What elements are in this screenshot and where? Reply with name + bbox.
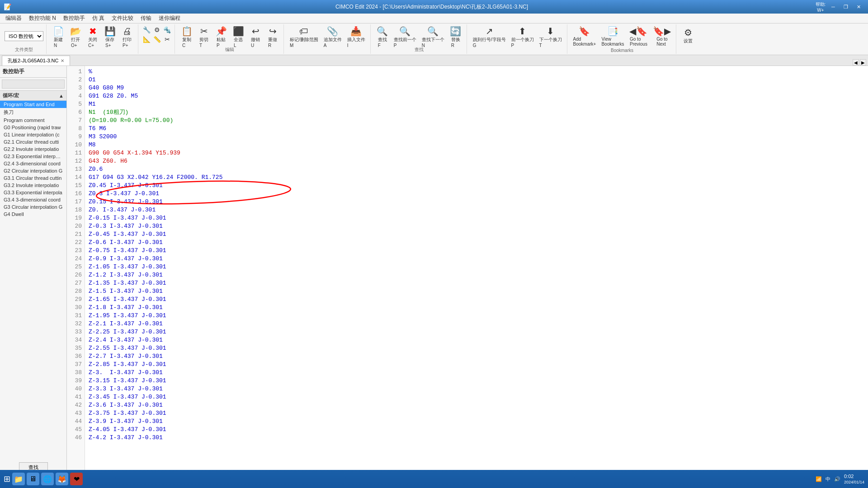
machine-type-select[interactable]: ISO 数控铣 <box>5 31 43 41</box>
redo-button[interactable]: ↪ 重做R <box>264 25 281 49</box>
code-line: Z-0.45 I-3.437 J-0.301 <box>89 230 864 239</box>
prev-tool-button[interactable]: ⬆ 前一个换刀P <box>509 25 536 49</box>
menu-file-compare[interactable]: 文件比较 <box>108 14 137 23</box>
goto-previous-button[interactable]: ◀🔖 Go toPrevious <box>627 25 650 48</box>
line-number: 7 <box>70 117 82 125</box>
sidebar-item-0[interactable]: Program Start and End <box>0 101 66 108</box>
start-button[interactable]: ⊞ <box>4 474 10 484</box>
line-number: 16 <box>70 190 82 198</box>
tool-icon-1[interactable]: 🔧 <box>142 25 151 34</box>
goto-next-button[interactable]: 🔖▶ Go toNext <box>651 25 673 48</box>
tool-icon-3[interactable]: 🔩 <box>162 25 172 34</box>
tab-close-icon[interactable]: ✕ <box>61 58 64 63</box>
undo-button[interactable]: ↩ 撤销U <box>247 25 264 49</box>
sidebar-item-2[interactable]: Program comment <box>0 117 66 124</box>
menu-simulation[interactable]: 仿 真 <box>89 14 108 23</box>
add-file-button[interactable]: 📎 追加文件A <box>321 25 344 49</box>
search-button[interactable]: 🔍 查找F <box>374 25 391 49</box>
sidebar-item-9[interactable]: G2 Circular interpolation G <box>0 167 66 174</box>
goto-line-button[interactable]: ↗ 跳到行号/字段号G <box>471 25 508 49</box>
menu-transfer[interactable]: 传输 <box>137 14 155 23</box>
taskbar-browser-icon[interactable]: 🌐 <box>41 473 54 485</box>
toolbar-tool-group: 🔧 ⚙ 🔩 📐 📏 ✂ <box>139 24 175 54</box>
open-button[interactable]: 📂 打开O+ <box>67 25 84 49</box>
sidebar-item-6[interactable]: G2.2 Involute interpolatio <box>0 145 66 153</box>
new-button[interactable]: 📄 新建N <box>50 25 66 49</box>
copy-button[interactable]: 📋 复制C <box>179 25 195 49</box>
sidebar-item-10[interactable]: G3.1 Circular thread cuttin <box>0 174 66 182</box>
code-line: Z-3.3 I-3.437 J-0.301 <box>89 385 864 393</box>
print-button[interactable]: 🖨 打印P+ <box>119 25 135 49</box>
sidebar-item-7[interactable]: G2.3 Exponential interpolat <box>0 153 66 160</box>
save-icon: 💾 <box>104 27 116 36</box>
restore-button[interactable]: ❐ <box>840 2 852 11</box>
prev-tool-icon: ⬆ <box>519 27 526 36</box>
next-tool-button[interactable]: ⬇ 下一个换刀T <box>537 25 564 49</box>
sidebar-item-3[interactable]: G0 Positioning (rapid traw <box>0 124 66 131</box>
code-line: Z-3. I-3.437 J-0.301 <box>89 369 864 377</box>
tool-icon-6[interactable]: ✂ <box>163 35 172 44</box>
taskbar-computer-icon[interactable]: 🖥 <box>27 473 39 485</box>
menu-nc-assistant[interactable]: 数控助手 <box>60 14 89 23</box>
select-all-button[interactable]: ⬛ 全选L <box>230 25 246 49</box>
line-number: 44 <box>70 418 82 426</box>
tool-icon-2[interactable]: ⚙ <box>152 25 161 34</box>
sidebar-item-14[interactable]: G3 Circular interpolation G <box>0 203 66 211</box>
taskbar-firefox-icon[interactable]: 🦊 <box>56 473 68 485</box>
view-bookmarks-icon: 📑 <box>607 27 618 36</box>
help-button[interactable]: 帮助: W+ <box>815 2 826 11</box>
sidebar-item-4[interactable]: G1 Linear interpolation (c <box>0 131 66 138</box>
tool-icon-4[interactable]: 📐 <box>142 35 151 44</box>
line-number: 35 <box>70 344 82 352</box>
search-prev-button[interactable]: 🔍 查找前一个P <box>392 25 419 49</box>
menu-mini-program[interactable]: 迷你编程 <box>155 14 184 23</box>
sidebar-item-1[interactable]: 换刀 <box>0 108 66 117</box>
code-line: Z-3.15 I-3.437 J-0.301 <box>89 377 864 385</box>
sidebar-search-bar[interactable] <box>2 80 65 89</box>
taskbar-explorer-icon[interactable]: 📁 <box>12 473 25 485</box>
add-bookmark-button[interactable]: 🔖 AddBookmark+ <box>571 25 599 48</box>
sidebar-collapse-icon[interactable]: ▲ <box>59 93 64 99</box>
sidebar-item-5[interactable]: G2.1 Circular thread cutti <box>0 138 66 145</box>
settings-button[interactable]: ⚙ 设置 <box>680 27 696 46</box>
line-number: 3 <box>70 84 82 92</box>
editor-content[interactable]: 1234567891011121314151617181920212223242… <box>67 66 868 474</box>
replace-button[interactable]: 🔄 替换R <box>448 25 464 49</box>
taskbar-ime-icon[interactable]: 中 <box>826 476 830 483</box>
sidebar-item-13[interactable]: G3.4 3-dimensional coord <box>0 196 66 203</box>
code-line: Z-4.2 I-3.437 J-0.301 <box>89 434 864 442</box>
code-line: Z-0.75 I-3.437 J-0.301 <box>89 247 864 255</box>
sidebar-item-15[interactable]: G4 Dwell <box>0 211 66 218</box>
mark-button[interactable]: 🏷 标记/删除范围M <box>288 25 321 49</box>
search-next-button[interactable]: 🔍 查找下一个N <box>420 25 447 49</box>
tab-arrow-left[interactable]: ◀ <box>853 59 859 66</box>
cut-button[interactable]: ✂ 剪切T <box>196 25 212 49</box>
window-controls: 帮助: W+ ─ ❐ ✕ <box>815 2 864 11</box>
taskbar-app-icon[interactable]: ❤ <box>70 473 83 485</box>
close-button[interactable]: ✕ <box>853 2 864 11</box>
tab-main-file[interactable]: 孔板2-JLG65A01-3.NC ✕ <box>2 56 70 66</box>
code-area[interactable]: %O1G40 G80 M9G91 G28 Z0. M5M1N1 (10粗刀)(D… <box>85 66 868 474</box>
tool-icon-5[interactable]: 📏 <box>152 35 162 44</box>
close-file-button[interactable]: ✖ 关闭C+ <box>85 25 101 49</box>
tab-arrow-right[interactable]: ▶ <box>860 59 866 66</box>
code-line: Z-1.5 I-3.437 J-0.301 <box>89 287 864 296</box>
save-button[interactable]: 💾 保存S+ <box>102 25 118 49</box>
code-line: Z0. I-3.437 J-0.301 <box>89 206 864 214</box>
sidebar-item-11[interactable]: G3.2 Involute interpolatio <box>0 182 66 189</box>
view-bookmarks-button[interactable]: 📑 ViewBookmarks <box>599 25 626 48</box>
paste-button[interactable]: 📌 粘贴P <box>213 25 229 49</box>
insert-file-button[interactable]: 📥 插入文件I <box>345 25 368 49</box>
code-line: Z-4.05 I-3.437 J-0.301 <box>89 426 864 434</box>
menu-nc-functions[interactable]: 数控功能 N <box>25 14 60 23</box>
toolbar-mark-group: 🏷 标记/删除范围M 📎 追加文件A 📥 插入文件I <box>285 24 371 54</box>
menu-editor[interactable]: 编辑器 <box>2 14 25 23</box>
sidebar-item-8[interactable]: G2.4 3-dimensional coord <box>0 160 66 167</box>
line-number: 28 <box>70 287 82 296</box>
sidebar-item-12[interactable]: G3.3 Exponential interpola <box>0 189 66 196</box>
code-line: Z-1.65 I-3.437 J-0.301 <box>89 296 864 304</box>
minimize-button[interactable]: ─ <box>827 2 839 11</box>
line-number: 19 <box>70 214 82 222</box>
tabbar-arrows: ◀ ▶ <box>853 59 866 66</box>
line-number: 38 <box>70 369 82 377</box>
